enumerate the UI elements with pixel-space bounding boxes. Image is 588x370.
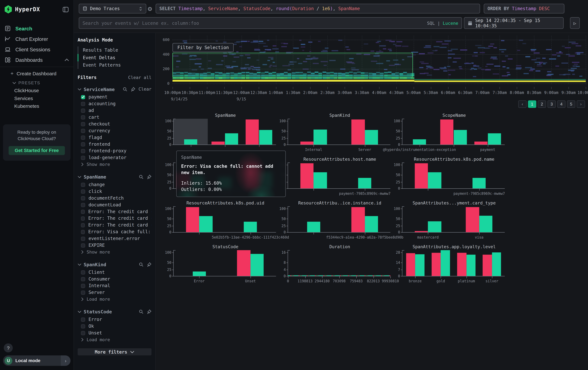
search-icon[interactable] bbox=[139, 174, 144, 179]
sidebar-item-kubernetes[interactable]: Kubernetes bbox=[0, 102, 74, 110]
filter-option[interactable]: change bbox=[78, 181, 151, 188]
filter-option[interactable]: flagd bbox=[78, 134, 151, 141]
checkbox-unchecked[interactable] bbox=[81, 135, 85, 140]
checkbox-unchecked[interactable] bbox=[81, 230, 85, 234]
checkbox-unchecked[interactable] bbox=[81, 102, 85, 106]
pagination-page-1[interactable]: 1 bbox=[528, 100, 536, 108]
run-query-button[interactable]: ▷ bbox=[570, 17, 580, 29]
filter-option[interactable]: click bbox=[78, 188, 151, 195]
filter-option[interactable]: payment bbox=[78, 94, 151, 100]
checkbox-unchecked[interactable] bbox=[81, 317, 85, 321]
sidebar-item-search[interactable]: Search bbox=[0, 23, 74, 34]
checkbox-unchecked[interactable] bbox=[81, 290, 85, 295]
sidebar-item-client-sessions[interactable]: Client Sessions bbox=[0, 44, 74, 55]
pin-icon[interactable] bbox=[131, 87, 136, 91]
sidebar-item-clickhouse[interactable]: ClickHouse bbox=[0, 87, 74, 94]
chevron-down-icon[interactable] bbox=[78, 263, 81, 266]
checkbox-unchecked[interactable] bbox=[81, 324, 85, 328]
source-select[interactable]: Demo Traces bbox=[79, 4, 146, 13]
collapse-sidebar-icon[interactable] bbox=[62, 6, 69, 12]
search-icon[interactable] bbox=[139, 309, 144, 314]
chevron-down-icon[interactable] bbox=[78, 310, 81, 313]
local-mode-pill[interactable]: U Local mode › bbox=[3, 355, 71, 366]
analysis-mode-results-table[interactable]: Results Table bbox=[78, 47, 151, 54]
pagination-page-4[interactable]: 4 bbox=[557, 100, 566, 108]
filter-option[interactable]: Error: Visa cache full: … bbox=[78, 229, 151, 235]
analysis-mode-event-deltas[interactable]: Event Deltas bbox=[78, 54, 151, 61]
checkbox-unchecked[interactable] bbox=[81, 109, 85, 113]
pagination-prev[interactable]: ‹ bbox=[518, 100, 526, 108]
checkbox-checked[interactable] bbox=[81, 95, 85, 99]
filter-by-selection-button[interactable]: Filter by Selection bbox=[172, 43, 234, 52]
checkbox-unchecked[interactable] bbox=[81, 115, 85, 119]
checkbox-unchecked[interactable] bbox=[81, 270, 85, 274]
checkbox-unchecked[interactable] bbox=[81, 129, 85, 133]
heatmap[interactable]: 6004002000Filter by Selection bbox=[172, 36, 586, 84]
checkbox-unchecked[interactable] bbox=[81, 156, 85, 160]
sidebar-item-services[interactable]: Services bbox=[0, 94, 74, 102]
search-input[interactable]: Search your events w/ Lucene ex. column:… bbox=[79, 17, 462, 29]
filter-option[interactable]: frontend bbox=[78, 141, 151, 148]
filter-option[interactable]: documentLoad bbox=[78, 201, 151, 208]
pin-icon[interactable] bbox=[147, 262, 151, 267]
filter-option[interactable]: eventListener.error bbox=[78, 235, 151, 242]
checkbox-unchecked[interactable] bbox=[81, 223, 85, 227]
filter-option[interactable]: Error bbox=[78, 316, 151, 323]
show-more-link[interactable]: Show more bbox=[78, 161, 151, 168]
chevron-right-icon[interactable]: › bbox=[61, 355, 71, 366]
pagination-page-2[interactable]: 2 bbox=[538, 100, 546, 108]
filter-option[interactable]: EXPIRE bbox=[78, 242, 151, 249]
checkbox-unchecked[interactable] bbox=[81, 189, 85, 193]
pin-icon[interactable] bbox=[147, 309, 151, 314]
clear-filter-button[interactable]: Clear bbox=[138, 87, 151, 92]
filter-option[interactable]: Ok bbox=[78, 323, 151, 330]
filter-option[interactable]: Server bbox=[78, 289, 151, 296]
filter-option[interactable]: checkout bbox=[78, 121, 151, 127]
analysis-mode-event-patterns[interactable]: Event Patterns bbox=[78, 61, 151, 69]
clear-all-filters[interactable]: Clear all bbox=[128, 75, 151, 80]
checkbox-unchecked[interactable] bbox=[81, 284, 85, 288]
sql-toggle[interactable]: SQL bbox=[427, 20, 435, 26]
filter-option[interactable]: ad bbox=[78, 107, 151, 114]
filter-option[interactable]: documentFetch bbox=[78, 195, 151, 201]
selection-rectangle[interactable] bbox=[172, 53, 413, 77]
lucene-toggle[interactable]: Lucene bbox=[443, 20, 458, 26]
search-icon[interactable] bbox=[139, 262, 144, 267]
filter-option[interactable]: Internal bbox=[78, 282, 151, 289]
checkbox-unchecked[interactable] bbox=[81, 122, 85, 126]
filter-option[interactable]: accounting bbox=[78, 100, 151, 107]
filter-option[interactable]: cart bbox=[78, 114, 151, 121]
pagination-next[interactable]: › bbox=[577, 100, 585, 108]
order-by-input[interactable]: ORDER BY Timestamp DESC bbox=[484, 4, 565, 13]
select-query-input[interactable]: SELECT Timestamp, ServiceName, StatusCod… bbox=[156, 4, 480, 13]
chevron-down-icon[interactable] bbox=[78, 88, 81, 90]
chevron-down-icon[interactable] bbox=[78, 176, 81, 178]
filter-option[interactable]: load-generator bbox=[78, 154, 151, 161]
checkbox-unchecked[interactable] bbox=[81, 331, 85, 335]
checkbox-unchecked[interactable] bbox=[81, 210, 85, 214]
checkbox-unchecked[interactable] bbox=[81, 203, 85, 207]
chevron-up-icon[interactable] bbox=[64, 58, 69, 61]
pin-icon[interactable] bbox=[147, 174, 151, 179]
search-icon[interactable] bbox=[123, 87, 127, 91]
time-range-picker[interactable]: Sep 14 22:04:35 - Sep 15 10:04:35 bbox=[464, 17, 564, 29]
filter-option[interactable]: Error: The credit card (… bbox=[78, 222, 151, 229]
filter-option[interactable]: Error: The credit card (… bbox=[78, 208, 151, 215]
help-button[interactable]: ? bbox=[4, 343, 13, 352]
filter-option[interactable]: Error: The credit card (… bbox=[78, 215, 151, 222]
presets-toggle[interactable]: PRESETS bbox=[0, 79, 74, 87]
pagination-page-3[interactable]: 3 bbox=[547, 100, 556, 108]
checkbox-unchecked[interactable] bbox=[81, 196, 85, 200]
filter-option[interactable]: frontend-proxy bbox=[78, 148, 151, 154]
checkbox-unchecked[interactable] bbox=[81, 277, 85, 281]
sidebar-item-dashboards[interactable]: Dashboards bbox=[0, 55, 74, 65]
load-more-link[interactable]: Load more bbox=[78, 336, 151, 343]
checkbox-unchecked[interactable] bbox=[81, 237, 85, 241]
filter-option[interactable]: Unset bbox=[78, 330, 151, 336]
load-more-link[interactable]: Load more bbox=[78, 296, 151, 303]
filter-option[interactable]: currency bbox=[78, 127, 151, 134]
checkbox-unchecked[interactable] bbox=[81, 142, 85, 146]
filter-option[interactable]: Consumer bbox=[78, 276, 151, 282]
more-filters-button[interactable]: More filters bbox=[78, 348, 151, 355]
settings-gear-icon[interactable]: ⚙ bbox=[147, 6, 152, 12]
